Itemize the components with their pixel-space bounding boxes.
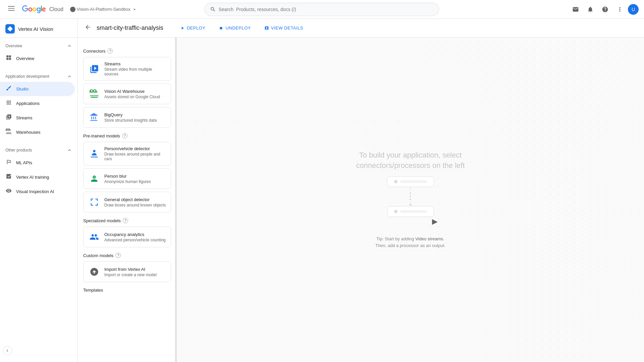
general-object-card-icon [88,196,100,208]
sidebar-item-streams-label: Streams [16,115,32,120]
canvas-placeholder-text: To build your application, selectconnect… [356,150,465,171]
connector-card-bigquery[interactable]: BigQuery Store structured insights data [83,107,171,128]
person-vehicle-card-desc: Draw boxes around people and cars [104,152,166,161]
pretrained-title: Pre-trained models ? [83,133,171,138]
search-bar[interactable] [204,3,439,16]
specialized-label: Specialized models [83,218,121,223]
section-appdev-label: Application development [5,74,49,79]
view-details-label: VIEW DETAILS [271,25,303,31]
page-title: smart-city-traffic-analysis [97,24,163,32]
deploy-label: DEPLOY [187,25,206,31]
subheader-actions: DEPLOY UNDEPLOY VIEW DETAILS [175,23,308,33]
sidebar-item-ml-apis[interactable]: ML APIs [0,156,75,170]
import-card-text: Import from Vertex AI Import or create a… [104,267,157,277]
sidebar-section-appdev-header[interactable]: Application development [0,71,77,82]
sidebar-item-studio[interactable]: Studio [0,82,75,96]
person-vehicle-card-title: Person/vehicle detector [104,146,166,151]
connector-card-person-blur[interactable]: Person blur Anonymize human figures [83,168,171,189]
specialized-title: Specialized models ? [83,218,171,223]
sidebar-section-other-header[interactable]: Other products [0,145,77,156]
overview-icon [5,55,12,62]
sidebar-section-appdev: Application development Studio Applicati… [0,68,77,142]
sidebar-item-studio-label: Studio [16,86,29,92]
sidebar-item-warehouses[interactable]: Warehouses [0,125,75,139]
topbar-project-selector[interactable]: Vision-AI-Platform-Sandbox [70,7,137,12]
ml-apis-icon [5,159,12,167]
sidebar-item-vertex-training[interactable]: Vertex AI training [0,170,75,184]
specialized-help-icon[interactable]: ? [123,218,128,223]
templates-title: Templates [83,288,171,293]
help-icon-btn[interactable] [598,3,612,16]
undeploy-label: UNDEPLOY [225,25,251,31]
applications-icon [5,100,12,107]
sidebar-item-applications[interactable]: Applications [0,96,75,111]
search-input[interactable] [219,7,433,12]
connector-card-occupancy[interactable]: Occupancy analytics Advanced person/vehi… [83,227,171,247]
topbar-logo: Cloud [21,5,63,13]
connector-card-person-vehicle[interactable]: Person/vehicle detector Draw boxes aroun… [83,142,171,166]
sidebar-item-visual-inspection[interactable]: Visual Inspection AI [0,184,75,199]
undeploy-button[interactable]: UNDEPLOY [214,23,256,33]
canvas-tip: Tip: Start by adding Video streams. Then… [375,236,445,250]
bigquery-card-text: BigQuery Store structured insights data [104,112,157,123]
person-blur-card-icon [88,173,100,185]
subheader: smart-city-traffic-analysis DEPLOY UNDEP… [78,19,644,38]
sidebar-section-overview-header[interactable]: Overview [0,41,77,51]
sidebar-item-overview[interactable]: Overview [0,51,75,66]
canvas-tip-link: Video streams [415,236,443,241]
general-object-card-title: General object detector [104,197,166,202]
topbar-actions: U [569,3,639,16]
person-blur-card-title: Person blur [104,174,151,179]
canvas-placeholder: To build your application, selectconnect… [356,150,465,249]
back-button[interactable] [85,24,91,32]
sidebar-item-warehouses-label: Warehouses [16,130,41,135]
view-details-button[interactable]: VIEW DETAILS [260,23,308,33]
cursor-icon: ▶ [432,217,438,226]
general-object-card-desc: Draw boxes around known objects [104,203,166,207]
person-vehicle-card-icon [88,148,100,160]
svg-point-5 [94,176,95,178]
general-object-card-text: General object detector Draw boxes aroun… [104,197,166,207]
more-options-btn[interactable] [613,3,627,16]
studio-icon [5,85,12,93]
topbar-cloud-text: Cloud [49,6,63,12]
connector-card-streams[interactable]: Streams Stream video from multiple sourc… [83,57,171,81]
main-content: Connectors ? Streams Stream video from m… [78,38,644,362]
sidebar-item-applications-label: Applications [16,101,40,106]
templates-section: Templates [83,288,171,293]
node-dot-top [394,180,397,183]
canvas-tip-text2: Then, add a processor as an output. [375,243,445,248]
connector-card-warehouse[interactable]: Vision AI Warehouse Assets stored on Goo… [83,83,171,104]
pretrained-section: Pre-trained models ? Person/vehicle dete… [83,133,171,213]
email-icon-btn[interactable] [569,3,582,16]
sidebar-title: Vertex AI Vision [18,26,53,32]
menu-icon[interactable] [5,2,17,16]
canvas-node-top [387,176,434,187]
warehouse-card-text: Vision AI Warehouse Assets stored on Goo… [104,89,160,99]
left-panel: Connectors ? Streams Stream video from m… [78,38,177,362]
sidebar-item-ml-apis-label: ML APIs [16,160,32,165]
pretrained-help-icon[interactable]: ? [122,133,127,138]
connector-card-import[interactable]: Import from Vertex AI Import or create a… [83,261,171,282]
svg-rect-4 [220,27,222,29]
deploy-button[interactable]: DEPLOY [175,23,210,33]
connector-card-general-object[interactable]: General object detector Draw boxes aroun… [83,192,171,213]
sidebar-collapse-button[interactable] [3,346,12,355]
warehouses-icon [5,128,12,136]
person-blur-card-desc: Anonymize human figures [104,179,151,184]
connectors-help-icon[interactable]: ? [107,48,113,54]
specialized-section: Specialized models ? Occupancy analytics… [83,218,171,247]
section-other-label: Other products [5,148,32,153]
chevron-up-icon-3 [67,147,72,153]
custom-help-icon[interactable]: ? [115,253,121,258]
person-vehicle-card-text: Person/vehicle detector Draw boxes aroun… [104,146,166,161]
sidebar-item-streams[interactable]: Streams [0,111,75,125]
sidebar-item-overview-label: Overview [16,56,34,61]
notifications-icon-btn[interactable] [584,3,597,16]
scrollbar[interactable] [175,38,176,362]
occupancy-card-desc: Advanced person/vehicle counting [104,238,166,242]
node-dot-bottom [394,210,397,213]
canvas-diagram: ▶ [387,176,434,217]
person-blur-card-text: Person blur Anonymize human figures [104,174,151,184]
user-avatar[interactable]: U [628,4,639,15]
